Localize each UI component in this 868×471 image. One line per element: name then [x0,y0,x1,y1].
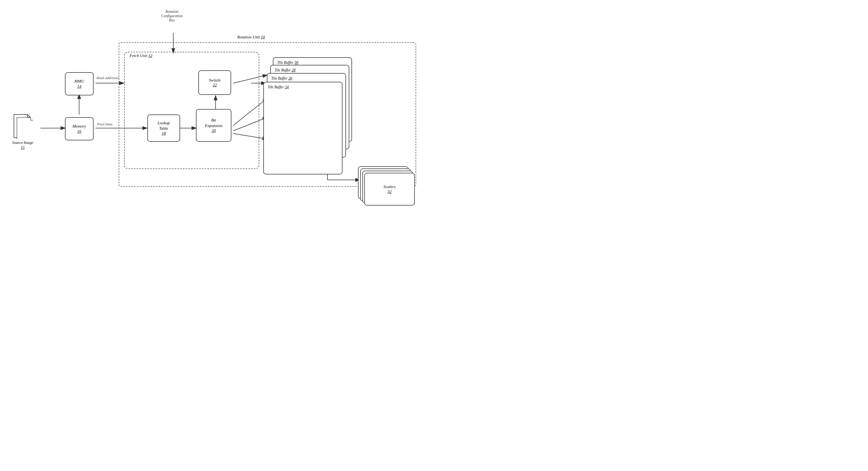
read-addresses-label: Read Addresses [97,76,119,80]
scalers-block: Scalers 32 [364,173,415,205]
bit-expansion-block: BitExpansion 20 [196,109,231,142]
tile-buffer-24: Tile Buffer 24 [263,82,342,174]
pixel-data-label: Pixel Data [97,122,113,127]
memory-block: Memory 16 [65,117,94,140]
fetch-unit-box [124,52,259,169]
fetch-unit-label: Fetch Unit 12 [130,54,152,58]
rotation-config-label: Rotation Configuration Bits [151,9,192,23]
rotation-unit-label: Rotation Unit 10 [238,35,265,39]
swizzle-block: Swizzle 22 [198,70,231,95]
diagram-container: Rotation Configuration Bits Rotation Uni… [0,0,434,236]
mmu-block: MMU 14 [65,72,94,95]
lookup-table-block: LookupTable 18 [147,114,180,142]
source-image: Source Image 15 [12,113,33,150]
